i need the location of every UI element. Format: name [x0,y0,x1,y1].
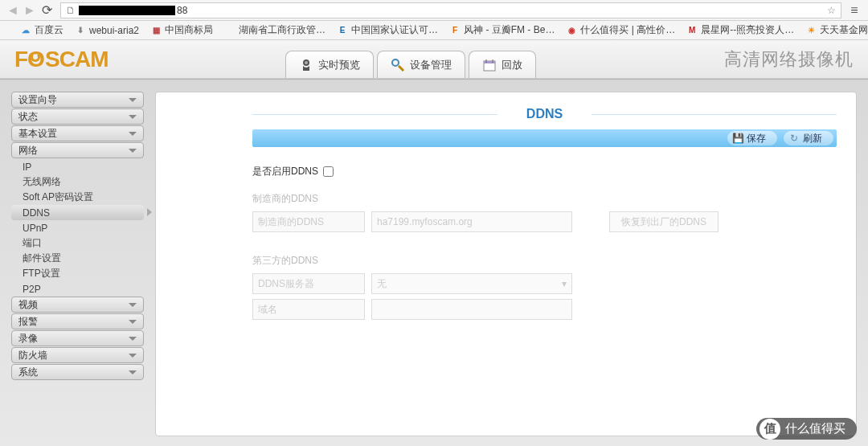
bookmark-favicon [224,25,235,36]
bookmarks-bar: ☁百度云⬇webui-aria2▦中国商标局湖南省工商行政管…E中国国家认证认可… [0,21,868,40]
bookmark-favicon: ◉ [566,25,577,36]
domain-row: 域名 [252,297,837,322]
app-title: 高清网络摄像机 [724,47,854,72]
server-label: DDNS服务器 [252,273,365,294]
bookmark-label: 中国商标局 [165,23,213,37]
bookmark-item[interactable]: E中国国家认证认可… [337,23,438,37]
sidebar-group-状态[interactable]: 状态 [11,108,144,125]
sidebar-item-IP[interactable]: IP [11,159,144,174]
bookmark-item[interactable]: 湖南省工商行政管… [224,23,326,37]
server-value: 无 [377,277,387,291]
watermark: 值 什么值得买 [756,418,857,440]
sidebar-group-label: 系统 [18,366,38,379]
sidebar-item-Soft AP密码设置[interactable]: Soft AP密码设置 [11,190,144,205]
sidebar-group-防火墙[interactable]: 防火墙 [11,347,144,363]
bookmark-item[interactable]: ☁百度云 [20,23,63,37]
chevron-down-icon [129,370,137,374]
back-button[interactable]: ◄ [5,2,21,18]
bookmark-favicon: M [686,25,698,36]
ddns-form: 是否启用DDNS 制造商的DDNS 制造商的DDNS ha7199.myfosc… [252,158,837,322]
sidebar-group-网络[interactable]: 网络 [11,142,144,158]
watermark-icon: 值 [760,419,780,440]
sidebar-group-label: 设置向导 [18,93,57,107]
url-text: 88 [177,5,187,16]
sidebar-item-FTP设置[interactable]: FTP设置 [11,266,144,281]
bookmark-item[interactable]: ☀天天基金网 [805,23,868,37]
bookmark-label: 晨星网--照亮投资人… [701,23,794,37]
sidebar-group-label: 视频 [18,298,38,312]
sidebar-item-DDNS[interactable]: DDNS [11,205,144,220]
save-button[interactable]: 💾 保存 [727,131,777,145]
refresh-icon: ↻ [788,133,800,144]
watermark-text: 什么值得买 [785,421,845,436]
server-row: DDNS服务器 无 ▾ [252,271,837,297]
bookmark-favicon: ☀ [805,25,817,36]
tab-playback[interactable]: 回放 [469,51,536,78]
menu-button[interactable]: ≡ [846,2,862,18]
sidebar-item-UPnP[interactable]: UPnP [11,220,144,235]
reload-button[interactable]: ⟳ [39,2,55,18]
sidebar-item-邮件设置[interactable]: 邮件设置 [11,251,144,266]
mfg-ddns-value: ha7199.myfoscam.org [371,211,572,232]
sidebar-group-label: 报警 [18,315,38,329]
bookmark-label: 风神 - 豆瓣FM - Be… [464,23,555,37]
sidebar-group-系统[interactable]: 系统 [11,364,144,380]
sidebar-group-label: 防火墙 [18,349,47,362]
bookmark-favicon: ▦ [150,25,162,36]
sidebar-group-视频[interactable]: 视频 [11,297,144,313]
domain-input [371,299,572,320]
main-tabs: 实时预览 设备管理 回放 [285,40,536,78]
domain-label: 域名 [252,299,365,320]
bookmark-item[interactable]: M晨星网--照亮投资人… [686,23,794,37]
enable-checkbox[interactable] [323,166,334,177]
svg-rect-4 [484,61,495,63]
sidebar: 设置向导状态基本设置网络IP无线网络Soft AP密码设置DDNSUPnP端口邮… [11,92,144,436]
url-redacted [79,6,175,15]
enable-label: 是否启用DDNS [252,165,318,178]
tab-label: 实时预览 [318,58,360,72]
url-bar[interactable]: 🗋 88 ☆ [60,2,841,18]
logo: FOSCAM [14,47,108,72]
forward-button[interactable]: ► [22,2,38,18]
sidebar-group-录像[interactable]: 录像 [11,330,144,346]
sidebar-item-P2P[interactable]: P2P [11,281,144,297]
bookmark-item[interactable]: ▦中国商标局 [150,23,213,37]
chevron-down-icon [129,132,137,136]
bookmark-item[interactable]: ⬇webui-aria2 [75,25,139,36]
sidebar-group-设置向导[interactable]: 设置向导 [11,92,144,108]
calendar-icon [482,58,497,72]
sidebar-group-label: 录像 [18,332,38,346]
content-panel: DDNS 💾 保存 ↻ 刷新 是否启用DDNS 制造商的DDNS 制造商的DDN… [155,92,857,436]
sidebar-item-端口[interactable]: 端口 [11,235,144,251]
bookmark-favicon: F [449,25,461,36]
sidebar-group-label: 状态 [18,110,38,124]
sidebar-group-报警[interactable]: 报警 [11,313,144,329]
reset-ddns-button: 恢复到出厂的DDNS [609,211,719,232]
refresh-button[interactable]: ↻ 刷新 [784,131,833,145]
tab-label: 回放 [502,58,522,72]
chevron-down-icon [129,98,137,102]
tab-live-preview[interactable]: 实时预览 [285,51,374,78]
bookmark-item[interactable]: F风神 - 豆瓣FM - Be… [449,23,555,37]
bookmark-favicon: ☁ [20,25,31,36]
action-bar: 💾 保存 ↻ 刷新 [252,129,837,147]
save-label: 保存 [747,132,766,145]
bookmark-label: 百度云 [35,23,63,37]
bookmark-label: 天天基金网 [820,23,868,37]
bookmark-favicon: E [337,25,348,36]
section-manufacturer: 制造商的DDNS [252,192,837,206]
server-select: 无 ▾ [371,273,572,294]
bookmark-label: webui-aria2 [89,25,139,36]
chevron-down-icon [129,115,137,119]
mfg-ddns-row: 制造商的DDNS ha7199.myfoscam.org 恢复到出厂的DDNS [252,209,837,235]
bookmark-item[interactable]: ◉什么值得买 | 高性价… [566,23,675,37]
refresh-label: 刷新 [803,132,822,145]
sidebar-group-基本设置[interactable]: 基本设置 [11,125,144,141]
sidebar-group-label: 网络 [18,144,38,158]
bookmark-star-icon[interactable]: ☆ [827,5,836,16]
svg-point-1 [305,61,308,64]
sidebar-item-无线网络[interactable]: 无线网络 [11,174,144,190]
browser-toolbar: ◄ ► ⟳ 🗋 88 ☆ ≡ [0,0,868,21]
tab-device-management[interactable]: 设备管理 [377,51,465,78]
bookmark-label: 湖南省工商行政管… [239,23,326,37]
